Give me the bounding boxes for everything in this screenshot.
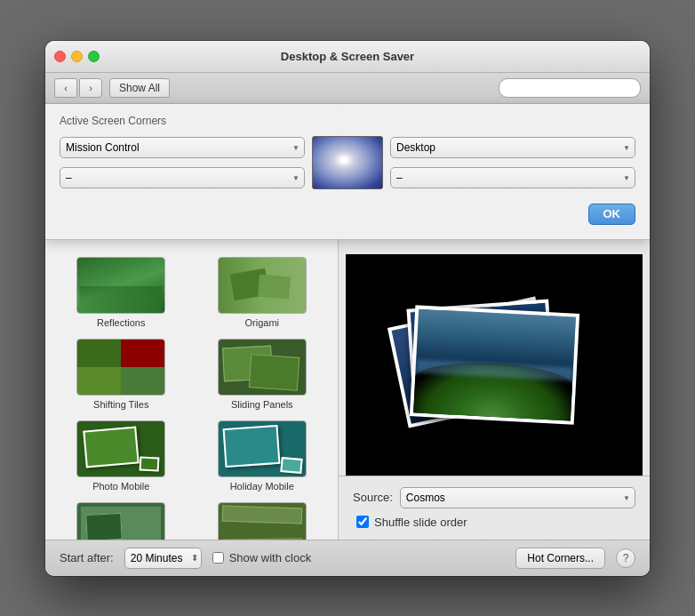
saver-label-sliding: Sliding Panels [231, 399, 293, 410]
top-right-corner-wrapper[interactable]: Desktop Mission Control – [390, 137, 635, 158]
top-right-corner-select[interactable]: Desktop Mission Control – [390, 137, 635, 158]
saver-label-origami: Origami [244, 317, 279, 328]
list-item[interactable] [194, 499, 332, 540]
saver-thumbnail-photo [76, 420, 165, 477]
start-after-label: Start after: [60, 551, 114, 564]
saver-thumbnail-shifting [76, 339, 165, 396]
show-all-button[interactable]: Show All [109, 78, 170, 98]
back-button[interactable]: ‹ [54, 78, 77, 98]
nav-buttons: ‹ › [54, 78, 102, 98]
shuffle-checkbox[interactable] [356, 516, 369, 528]
show-clock-label: Show with clock [229, 551, 311, 564]
window-title: Desktop & Screen Saver [281, 50, 414, 63]
saver-thumbnail-item7 [76, 502, 165, 540]
list-item[interactable]: Origami [194, 253, 332, 332]
saver-label-holiday: Holiday Mobile [230, 481, 294, 492]
traffic-lights [54, 51, 100, 62]
saver-thumbnail-sliding [218, 339, 307, 396]
top-left-corner-wrapper[interactable]: Mission Control Desktop – [60, 137, 305, 158]
close-button[interactable] [54, 51, 66, 62]
corners-preview-image [312, 136, 383, 189]
list-item[interactable]: Photo Mobile [52, 417, 190, 495]
shuffle-label: Shuffle slide order [374, 516, 467, 529]
show-clock-row: Show with clock [212, 551, 311, 564]
bottom-bar: Start after: 1 Minute 2 Minutes 5 Minute… [45, 540, 650, 576]
bottom-left-corner-wrapper[interactable]: – Mission Control Desktop [60, 167, 305, 188]
saver-thumbnail-reflections [76, 257, 165, 314]
saver-thumbnail-origami [218, 257, 307, 314]
saver-label-photo: Photo Mobile [92, 481, 149, 492]
saver-grid: Reflections Origami [45, 246, 338, 540]
ok-button[interactable]: OK [588, 204, 636, 225]
top-left-corner-select[interactable]: Mission Control Desktop – [60, 137, 305, 158]
shuffle-row: Shuffle slide order [353, 516, 635, 529]
toolbar: ‹ › Show All [45, 73, 650, 104]
settings-area: Source: Cosmos National Geographic iPhot… [339, 476, 650, 540]
titlebar: Desktop & Screen Saver [45, 41, 650, 73]
saver-thumbnail-item8 [218, 502, 307, 540]
content-area: Active Screen Corners Mission Control De… [45, 104, 650, 540]
source-label: Source: [353, 491, 393, 504]
source-row: Source: Cosmos National Geographic iPhot… [353, 487, 635, 508]
help-button[interactable]: ? [616, 548, 635, 568]
saver-label-reflections: Reflections [97, 317, 145, 328]
list-item[interactable]: Sliding Panels [194, 335, 332, 413]
bottom-right-corner-select[interactable]: – Mission Control Desktop [390, 167, 635, 188]
list-item[interactable] [52, 499, 190, 540]
start-after-select[interactable]: 1 Minute 2 Minutes 5 Minutes 10 Minutes … [124, 548, 202, 569]
maximize-button[interactable] [88, 51, 100, 62]
hot-corners-button[interactable]: Hot Corners... [515, 548, 605, 569]
start-after-wrapper[interactable]: 1 Minute 2 Minutes 5 Minutes 10 Minutes … [124, 548, 202, 569]
source-select[interactable]: Cosmos National Geographic iPhoto [400, 487, 635, 508]
list-item[interactable]: Shifting Tiles [52, 335, 190, 413]
overlay-actions: OK [60, 196, 635, 225]
main-window: Desktop & Screen Saver ‹ › Show All Acti… [45, 41, 650, 576]
list-item[interactable]: Holiday Mobile [194, 417, 332, 495]
minimize-button[interactable] [71, 51, 83, 62]
show-clock-checkbox[interactable] [212, 552, 224, 564]
source-select-wrapper[interactable]: Cosmos National Geographic iPhoto [400, 487, 635, 508]
list-item[interactable]: Reflections [52, 253, 190, 332]
photo-card-front [410, 305, 579, 425]
active-corners-panel: Active Screen Corners Mission Control De… [45, 104, 650, 240]
saver-thumbnail-holiday [218, 420, 307, 477]
bottom-right-corner-wrapper[interactable]: – Mission Control Desktop [390, 167, 635, 188]
search-input[interactable] [499, 78, 641, 98]
saver-label-shifting: Shifting Tiles [93, 399, 148, 410]
overlay-title: Active Screen Corners [60, 115, 635, 127]
forward-button[interactable]: › [79, 78, 102, 98]
bottom-left-corner-select[interactable]: – Mission Control Desktop [60, 167, 305, 188]
